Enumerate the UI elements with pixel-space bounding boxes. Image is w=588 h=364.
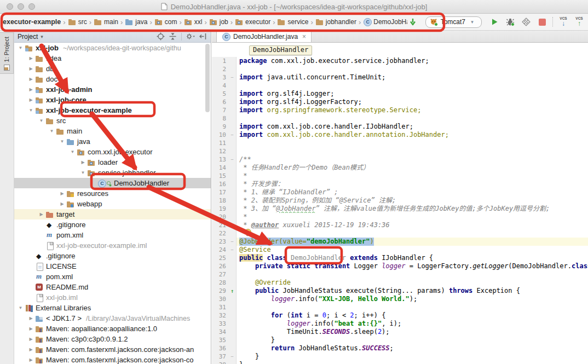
tree-row[interactable]: .gitignore bbox=[14, 251, 211, 261]
zoom-window-icon[interactable] bbox=[28, 3, 35, 10]
code-line[interactable]: 17 * 1、继承 “IJobHandler” ; bbox=[212, 188, 588, 197]
code-line[interactable]: 1package com.xxl.job.executor.service.jo… bbox=[212, 57, 588, 65]
tree-row[interactable]: .gitignore bbox=[14, 219, 211, 230]
breadcrumb-item[interactable]: src bbox=[67, 17, 88, 27]
tree-row[interactable]: ▶loader bbox=[14, 157, 211, 167]
tree-toggle-icon[interactable]: ▼ bbox=[79, 170, 87, 175]
code-line[interactable]: 13/** bbox=[212, 155, 588, 164]
intention-bulb-icon[interactable] bbox=[245, 229, 251, 236]
code-line[interactable]: 27 bbox=[212, 270, 588, 279]
vcs-commit-button[interactable]: VCS ↑ bbox=[574, 17, 585, 27]
settings-gear-button[interactable] bbox=[186, 32, 195, 41]
tree-toggle-icon[interactable]: ▶ bbox=[58, 201, 66, 206]
code-line[interactable]: 8 bbox=[212, 114, 588, 123]
tree-toggle-icon[interactable]: ▼ bbox=[37, 118, 45, 123]
project-scrollbar[interactable] bbox=[205, 44, 210, 112]
editor-tab[interactable]: DemoJobHandler.java × bbox=[216, 31, 312, 42]
breadcrumb-item[interactable]: executor bbox=[234, 17, 271, 27]
tree-toggle-icon[interactable]: ▼ bbox=[16, 45, 25, 50]
tree-row[interactable]: ▶xxl-job-core bbox=[14, 95, 211, 105]
code-area[interactable]: 1package com.xxl.job.executor.service.jo… bbox=[212, 57, 588, 364]
breadcrumb-item[interactable]: main bbox=[93, 17, 119, 27]
code-line[interactable]: 29 public JobHandleStatus execute(String… bbox=[212, 287, 588, 295]
tree-row[interactable]: ▶db bbox=[14, 63, 211, 74]
tree-row[interactable]: xxl-job-executor-example.iml bbox=[14, 240, 211, 251]
tree-row[interactable]: ▼xxl-job~/workspaces/idea-git-workspace/… bbox=[14, 43, 211, 53]
tree-toggle-icon[interactable]: ▶ bbox=[27, 316, 35, 321]
run-button[interactable] bbox=[489, 16, 500, 27]
project-view-selector[interactable]: Project ▾ bbox=[18, 33, 43, 41]
code-line[interactable]: 14 * 任务Handler的一个Demo（Bean模式） bbox=[212, 164, 588, 172]
tree-toggle-icon[interactable]: ▶ bbox=[37, 212, 45, 217]
code-line[interactable]: 20 * bbox=[212, 213, 588, 221]
tree-row[interactable]: ▶Maven: c3p0:c3p0:0.9.1.2 bbox=[14, 334, 211, 344]
tree-row[interactable]: ▶doc bbox=[14, 74, 211, 84]
breadcrumb-item[interactable]: service bbox=[276, 17, 309, 27]
code-line[interactable]: 38} bbox=[212, 361, 588, 364]
code-line[interactable]: 3import java.util.concurrent.TimeUnit; bbox=[212, 73, 588, 82]
tree-toggle-icon[interactable]: ▼ bbox=[68, 149, 77, 154]
tree-toggle-icon[interactable]: ▶ bbox=[27, 97, 35, 102]
fold-marker-icon[interactable] bbox=[228, 353, 236, 361]
collapse-all-button[interactable] bbox=[168, 32, 177, 41]
code-line[interactable]: 30 logger.info("XXL-JOB, Hello World."); bbox=[212, 295, 588, 303]
tree-row[interactable]: pom.xml bbox=[14, 271, 211, 282]
debug-button[interactable] bbox=[505, 16, 516, 27]
code-line[interactable]: 26 private static transient Logger logge… bbox=[212, 262, 588, 270]
run-configuration-select[interactable]: Tomcat7 ▾ bbox=[425, 16, 482, 28]
tree-row[interactable]: ▶Maven: com.fasterxml.jackson.core:jacks… bbox=[14, 355, 211, 364]
tree-toggle-icon[interactable]: ▶ bbox=[79, 160, 87, 165]
code-line[interactable]: 16 * 开发步骤： bbox=[212, 180, 588, 188]
tree-row[interactable]: ▶xxl-job-admin bbox=[14, 84, 211, 95]
code-line[interactable]: 4 bbox=[212, 82, 588, 90]
code-line[interactable]: 22 */ bbox=[212, 229, 588, 238]
tree-toggle-icon[interactable]: ▼ bbox=[58, 139, 66, 144]
minimize-window-icon[interactable] bbox=[18, 3, 24, 10]
code-line[interactable]: 9import com.xxl.job.core.handler.IJobHan… bbox=[212, 123, 588, 131]
code-line[interactable]: 10import com.xxl.job.core.handler.annota… bbox=[212, 131, 588, 139]
breadcrumb-item[interactable]: DemoJobHandler bbox=[362, 17, 407, 27]
breadcrumb-item[interactable]: com bbox=[154, 17, 178, 27]
code-line[interactable]: 36 return JobHandleStatus.SUCCESS; bbox=[212, 344, 588, 353]
vcs-update-button[interactable]: VCS ↓ bbox=[558, 17, 569, 27]
fold-marker-icon[interactable] bbox=[228, 131, 236, 139]
breadcrumb-item[interactable]: executor-example bbox=[2, 18, 61, 26]
tree-row[interactable]: README.md bbox=[14, 282, 211, 292]
code-line[interactable]: 24@Service bbox=[212, 246, 588, 254]
breadcrumb-item[interactable]: job bbox=[209, 17, 229, 27]
tree-toggle-icon[interactable]: ▶ bbox=[58, 191, 66, 196]
hide-panel-button[interactable] bbox=[198, 32, 207, 41]
override-gutter-icon[interactable] bbox=[228, 287, 236, 295]
tree-row[interactable]: ▼main bbox=[14, 126, 211, 136]
tree-row[interactable]: DemoJobHandler bbox=[14, 178, 211, 188]
tree-row[interactable]: ▼xxl-job-executor-example bbox=[14, 105, 211, 115]
code-line[interactable]: 6import org.slf4j.LoggerFactory; bbox=[212, 98, 588, 106]
navigate-down-icon[interactable] bbox=[407, 16, 418, 27]
breadcrumb-item[interactable]: jobhandler bbox=[315, 17, 357, 27]
window-controls[interactable] bbox=[7, 3, 35, 10]
fold-marker-icon[interactable] bbox=[228, 246, 236, 254]
tree-toggle-icon[interactable]: ▶ bbox=[27, 66, 35, 71]
code-line[interactable]: 32 for (int i = 0; i < 2; i++) { bbox=[212, 311, 588, 320]
tree-toggle-icon[interactable]: ▶ bbox=[27, 87, 35, 92]
tree-toggle-icon[interactable]: ▼ bbox=[27, 108, 35, 113]
tree-toggle-icon[interactable]: ▼ bbox=[48, 129, 56, 134]
tree-toggle-icon[interactable]: ▶ bbox=[27, 337, 35, 342]
code-line[interactable]: 23@JobHander(value="demoJobHandler") bbox=[212, 238, 588, 246]
tree-row[interactable]: ▼src bbox=[14, 115, 211, 126]
code-line[interactable]: 28 @Override bbox=[212, 279, 588, 287]
tree-toggle-icon[interactable]: ▶ bbox=[27, 347, 35, 352]
locate-file-button[interactable] bbox=[155, 32, 165, 41]
project-tree[interactable]: ▼xxl-job~/workspaces/idea-git-workspace/… bbox=[14, 43, 211, 364]
breadcrumb-item[interactable]: xxl bbox=[183, 17, 203, 27]
tree-toggle-icon[interactable]: ▶ bbox=[27, 357, 35, 362]
code-line[interactable]: 7import org.springframework.stereotype.S… bbox=[212, 106, 588, 114]
tree-row[interactable]: ▼java bbox=[14, 136, 211, 147]
tree-row[interactable]: ▶Maven: com.fasterxml.jackson.core:jacks… bbox=[14, 344, 211, 355]
code-line[interactable]: 11 bbox=[212, 139, 588, 147]
code-line[interactable]: 25public class DemoJobHandler extends IJ… bbox=[212, 254, 588, 262]
fold-marker-icon[interactable] bbox=[228, 73, 236, 82]
tree-row[interactable]: ▶target bbox=[14, 209, 211, 219]
code-line[interactable]: 18 * 2、装配到Spring，例如加 “@Service” 注解; bbox=[212, 197, 588, 205]
fold-marker-icon[interactable] bbox=[228, 238, 236, 246]
